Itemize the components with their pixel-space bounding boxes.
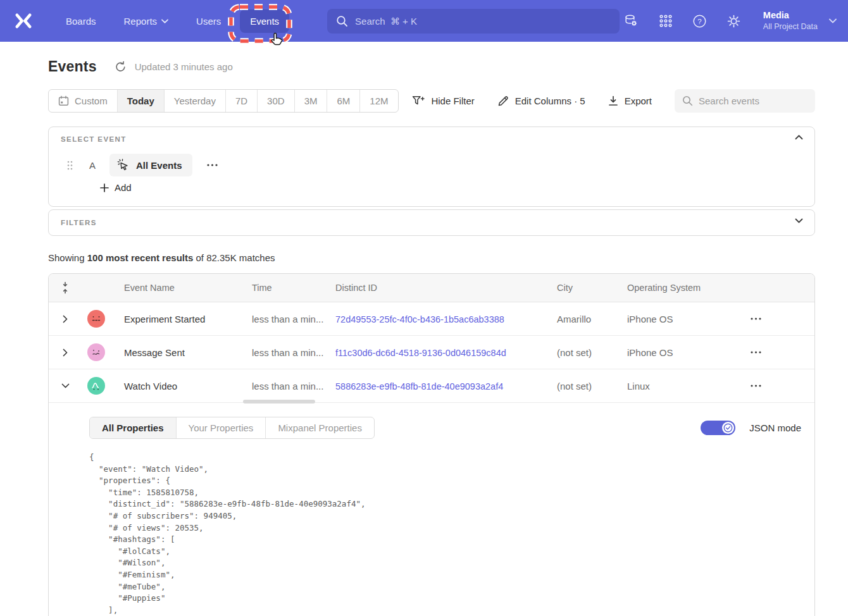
event-selector-row: A All Events (61, 154, 802, 176)
drag-handle-icon[interactable] (67, 161, 73, 170)
date-range-today[interactable]: Today (117, 90, 164, 112)
horizontal-scrollbar-thumb[interactable] (243, 400, 315, 403)
select-event-panel: SELECT EVENT A All Events (48, 126, 815, 207)
event-avatar (87, 343, 105, 361)
download-icon (608, 95, 618, 106)
export-label: Export (625, 95, 652, 106)
time-cell: less than a min... (244, 347, 328, 358)
nav-item-users[interactable]: Users (186, 9, 231, 33)
updated-timestamp: Updated 3 minutes ago (135, 61, 233, 72)
row-more-icon[interactable] (732, 351, 814, 354)
date-range-30d[interactable]: 30D (257, 90, 294, 112)
city-cell: Amarillo (549, 314, 620, 324)
nav-item-label: Events (250, 16, 279, 27)
date-range-custom[interactable]: Custom (49, 90, 117, 112)
nav-item-reports[interactable]: Reports (114, 9, 179, 33)
svg-text:?: ? (698, 17, 702, 25)
global-search[interactable] (327, 9, 620, 34)
settings-gear-icon[interactable] (726, 13, 742, 28)
col-header-event-name: Event Name (116, 283, 244, 293)
table-row: Message Sent less than a min... f11c30d6… (49, 336, 814, 369)
tab-your-properties[interactable]: Your Properties (176, 417, 266, 438)
col-header-city: City (549, 283, 620, 293)
global-search-input[interactable] (355, 16, 611, 27)
col-header-time: Time (244, 283, 328, 293)
results-prefix: Showing (48, 252, 87, 263)
col-header-distinct-id: Distinct ID (328, 283, 549, 293)
plus-icon (100, 183, 109, 192)
results-count: 100 most recent results (87, 252, 194, 263)
table-row-expanded: Watch Video less than a min... 5886283e-… (49, 369, 814, 403)
city-cell: (not set) (549, 347, 620, 358)
expand-row-icon[interactable] (49, 348, 82, 357)
event-more-icon[interactable] (203, 160, 222, 170)
event-detail-panel: All Properties Your Properties Mixpanel … (49, 403, 814, 616)
json-mode-toggle[interactable] (701, 421, 735, 435)
search-icon (336, 15, 348, 27)
all-events-selector[interactable]: All Events (109, 154, 192, 176)
nav-item-boards[interactable]: Boards (56, 9, 106, 33)
chevron-down-icon (829, 18, 837, 23)
table-toolbar: Hide Filter Edit Columns · 5 Export (412, 89, 815, 113)
add-event-button[interactable]: Add (100, 182, 132, 193)
filters-panel: FILTERS (48, 209, 815, 236)
os-cell: iPhone OS (620, 314, 732, 324)
nav-item-events[interactable]: Events (240, 9, 289, 33)
date-range-3m[interactable]: 3M (294, 90, 327, 112)
mixpanel-logo-icon[interactable] (13, 11, 34, 30)
row-more-icon[interactable] (732, 385, 814, 387)
events-table: Event Name Time Distinct ID City Operati… (48, 273, 815, 616)
os-cell: iPhone OS (620, 347, 732, 358)
nav-item-label: Users (196, 16, 221, 27)
results-suffix: of 82.35K matches (193, 252, 275, 263)
date-range-yesterday[interactable]: Yesterday (164, 90, 225, 112)
refresh-icon[interactable] (115, 61, 127, 73)
toggle-knob (722, 422, 734, 434)
search-icon (682, 95, 693, 106)
event-name-cell: Watch Video (116, 381, 244, 391)
event-json-viewer: { "event": "Watch Video", "properties": … (89, 452, 801, 616)
top-navbar: Boards Reports Users Events (0, 0, 848, 42)
page-title: Events (48, 58, 97, 75)
distinct-id-link[interactable]: f11c30d6-dc6d-4518-9136-0d046159c84d (335, 348, 506, 358)
chevron-down-icon[interactable] (795, 218, 803, 223)
project-selector[interactable]: Media All Project Data (763, 9, 837, 32)
event-avatar (87, 377, 105, 395)
date-range-6m[interactable]: 6M (327, 90, 359, 112)
event-name-cell: Message Sent (116, 347, 244, 358)
nav-item-label: Reports (124, 16, 158, 27)
hide-filter-button[interactable]: Hide Filter (412, 95, 474, 106)
calendar-icon (58, 95, 69, 106)
collapse-all-rows-icon[interactable] (49, 281, 82, 295)
apps-grid-icon[interactable] (658, 13, 673, 28)
date-range-7d[interactable]: 7D (225, 90, 257, 112)
row-more-icon[interactable] (732, 317, 814, 320)
export-button[interactable]: Export (608, 95, 652, 106)
date-range-12m[interactable]: 12M (359, 90, 397, 112)
table-header-row: Event Name Time Distinct ID City Operati… (49, 274, 814, 302)
os-cell: Linux (620, 381, 732, 391)
edit-columns-button[interactable]: Edit Columns · 5 (497, 95, 585, 107)
collapse-row-icon[interactable] (49, 383, 82, 388)
primary-nav: Boards Reports Users Events (56, 9, 289, 33)
distinct-id-link[interactable]: 72d49553-25fc-4f0c-b436-1b5ac6ab3388 (335, 314, 504, 324)
search-events-box[interactable] (675, 89, 815, 113)
col-header-os: Operating System (620, 283, 732, 293)
data-management-icon[interactable] (624, 13, 639, 28)
help-icon[interactable]: ? (692, 13, 708, 28)
event-cursor-sparkle-icon (117, 159, 130, 171)
chevron-up-icon[interactable] (795, 135, 803, 140)
project-subtitle: All Project Data (763, 22, 818, 32)
time-cell: less than a min... (244, 381, 328, 391)
funnel-plus-icon (412, 95, 425, 106)
selected-event-name: All Events (136, 160, 182, 171)
event-row-letter: A (89, 160, 96, 171)
date-range-label: Custom (75, 95, 108, 106)
search-events-input[interactable] (699, 95, 807, 106)
distinct-id-link[interactable]: 5886283e-e9fb-48fb-81de-40e9093a2af4 (335, 381, 503, 391)
event-avatar (87, 310, 105, 328)
tab-mixpanel-properties[interactable]: Mixpanel Properties (265, 417, 374, 438)
date-range-control: Custom Today Yesterday 7D 30D 3M 6M 12M (48, 89, 399, 113)
tab-all-properties[interactable]: All Properties (90, 417, 176, 438)
expand-row-icon[interactable] (49, 315, 82, 323)
